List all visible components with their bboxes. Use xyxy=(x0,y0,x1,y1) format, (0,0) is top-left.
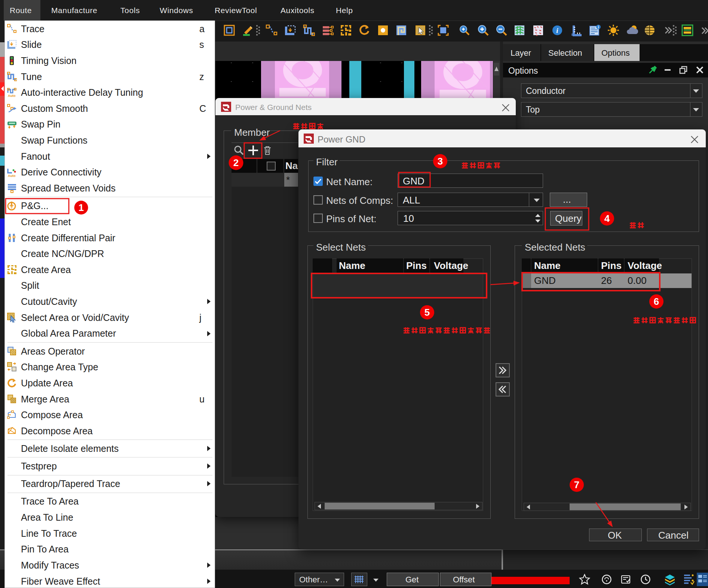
svg-text:Auto: Auto xyxy=(8,94,16,97)
svg-text:i: i xyxy=(598,25,599,29)
svg-text:Auto: Auto xyxy=(8,174,16,177)
svg-text:i: i xyxy=(556,27,558,34)
